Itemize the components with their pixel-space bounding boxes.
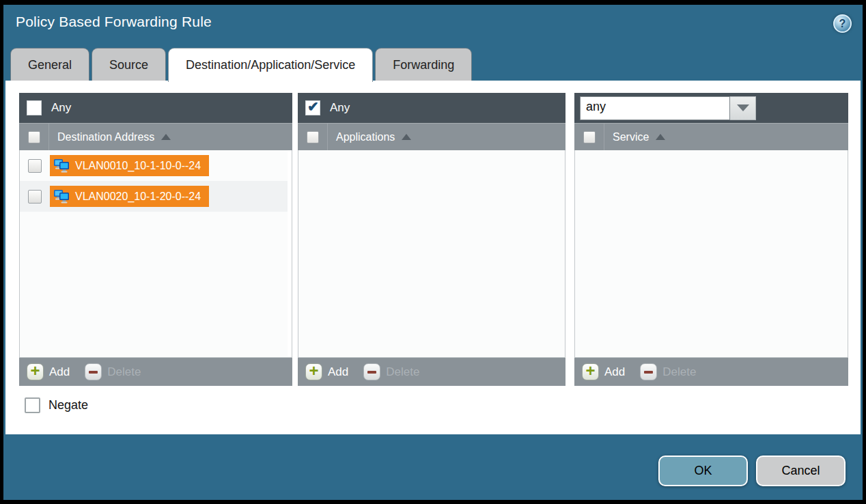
delete-icon	[85, 363, 102, 380]
service-list	[574, 150, 848, 357]
tab-source[interactable]: Source	[92, 48, 166, 81]
help-glyph: ?	[839, 18, 846, 30]
sort-asc-icon[interactable]	[402, 134, 411, 140]
service-dropdown-value[interactable]: any	[580, 96, 730, 120]
delete-label: Delete	[662, 365, 696, 379]
destination-header-row: Destination Address	[19, 123, 292, 150]
service-add-button[interactable]: + Add	[582, 363, 625, 380]
destination-add-button[interactable]: + Add	[27, 363, 70, 380]
service-select-all-cell	[574, 124, 604, 150]
cancel-button[interactable]: Cancel	[756, 456, 846, 486]
applications-footer: + Add Delete	[298, 357, 565, 386]
service-column-header[interactable]: Service	[613, 131, 649, 143]
address-object-chip[interactable]: VLAN0010_10-1-10-0--24	[50, 155, 209, 176]
dropdown-arrow-icon	[737, 104, 749, 111]
columns-container: Any Destination Address	[19, 93, 849, 386]
applications-any-checkbox[interactable]	[305, 100, 320, 115]
applications-header-row: Applications	[298, 123, 565, 150]
applications-list	[298, 150, 565, 357]
negate-checkbox[interactable]	[25, 397, 40, 413]
applications-column: Any Applications + Add	[298, 93, 565, 386]
service-column: any Service +	[574, 93, 848, 386]
add-label: Add	[604, 365, 625, 379]
applications-select-all-cell	[298, 124, 328, 150]
destination-any-label: Any	[51, 101, 71, 115]
destination-delete-button[interactable]: Delete	[85, 363, 141, 380]
service-dropdown: any	[580, 96, 756, 120]
add-label: Add	[328, 365, 348, 379]
negate-label: Negate	[48, 398, 88, 412]
tab-content-panel: Any Destination Address	[5, 81, 861, 434]
dialog-window: Policy Based Forwarding Rule ? General S…	[3, 5, 863, 500]
table-row[interactable]: VLAN0020_10-1-20-0--24	[20, 181, 288, 212]
ok-button[interactable]: OK	[658, 456, 748, 486]
delete-label: Delete	[386, 365, 419, 379]
tab-forwarding[interactable]: Forwarding	[375, 48, 472, 81]
table-row[interactable]: VLAN0010_10-1-10-0--24	[20, 150, 288, 181]
destination-any-checkbox[interactable]	[27, 100, 42, 115]
address-object-label: VLAN0010_10-1-10-0--24	[75, 160, 201, 172]
service-header-row: Service	[574, 123, 848, 150]
service-dropdown-button[interactable]	[730, 96, 756, 120]
service-delete-button[interactable]: Delete	[640, 363, 696, 380]
tab-destination-application-service[interactable]: Destination/Application/Service	[168, 48, 373, 82]
row-checkbox-cell	[20, 190, 50, 204]
delete-icon	[640, 363, 657, 380]
sort-asc-icon[interactable]	[161, 134, 171, 140]
negate-row: Negate	[25, 397, 849, 413]
sort-asc-icon[interactable]	[656, 134, 665, 140]
tab-general[interactable]: General	[10, 48, 89, 81]
tab-bar: General Source Destination/Application/S…	[10, 48, 472, 81]
destination-footer: + Add Delete	[19, 357, 292, 386]
applications-any-label: Any	[330, 101, 350, 115]
address-object-label: VLAN0020_10-1-20-0--24	[75, 191, 201, 203]
applications-delete-button[interactable]: Delete	[363, 363, 419, 380]
row-checkbox[interactable]	[28, 159, 42, 173]
scrollbar-track[interactable]	[288, 150, 292, 357]
service-dropdown-bar: any	[574, 93, 848, 123]
service-select-all-checkbox[interactable]	[583, 131, 596, 143]
destination-rows: VLAN0010_10-1-10-0--24 VLAN0020_10-1-20-…	[20, 150, 288, 212]
destination-any-bar: Any	[19, 93, 292, 123]
add-icon: +	[27, 363, 44, 380]
dialog-title: Policy Based Forwarding Rule	[16, 14, 212, 30]
dialog-actions: OK Cancel	[658, 456, 846, 486]
delete-label: Delete	[107, 365, 141, 379]
destination-select-all-checkbox[interactable]	[28, 131, 40, 143]
applications-column-header[interactable]: Applications	[336, 131, 395, 143]
service-footer: + Add Delete	[574, 357, 848, 386]
delete-icon	[363, 363, 380, 380]
applications-any-bar: Any	[298, 93, 565, 123]
row-checkbox-cell	[20, 159, 50, 173]
network-icon	[53, 158, 70, 173]
network-icon	[53, 189, 70, 204]
destination-column-header[interactable]: Destination Address	[57, 131, 154, 143]
applications-add-button[interactable]: + Add	[305, 363, 348, 380]
add-label: Add	[49, 365, 70, 379]
destination-select-all-cell	[19, 124, 49, 150]
applications-select-all-checkbox[interactable]	[307, 131, 319, 143]
destination-address-column: Any Destination Address	[19, 93, 292, 386]
destination-list: VLAN0010_10-1-10-0--24 VLAN0020_10-1-20-…	[19, 150, 292, 357]
add-icon: +	[305, 363, 322, 380]
help-icon[interactable]: ?	[833, 14, 852, 33]
address-object-chip[interactable]: VLAN0020_10-1-20-0--24	[50, 186, 209, 207]
add-icon: +	[582, 363, 599, 380]
row-checkbox[interactable]	[28, 190, 42, 204]
